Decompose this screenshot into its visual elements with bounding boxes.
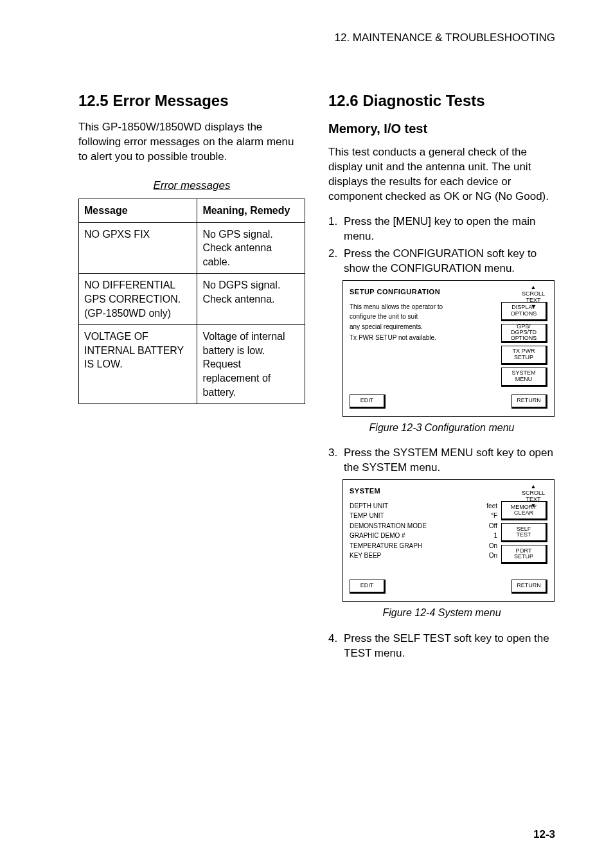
tx-pwr-setup-button[interactable]: TX PWR SETUP [501,346,547,365]
list-item: 1.Press the [MENU] key to open the main … [328,215,555,244]
section-number: 12.6 [328,92,359,109]
return-button[interactable]: RETURN [511,580,547,594]
section-number: 12.5 [78,92,109,109]
triangle-down-icon [519,304,547,310]
step-text: Press the [MENU] key to open the main me… [344,215,555,244]
table-cell-meaning: No DGPS signal. Check antenna. [197,274,305,325]
list-item: 2.Press the CONFIGURATION soft key to sh… [328,247,555,276]
step-text: Press the SYSTEM MENU soft key to open t… [344,446,555,475]
table-cell-msg: NO DIFFERENTIAL GPS CORRECTION. (GP-1850… [79,274,197,325]
port-setup-button[interactable]: PORT SETUP [501,545,547,564]
menu-setting-row: GRAPHIC DEMO #1 [350,531,497,541]
list-item: 4.Press the SELF TEST soft key to open t… [328,632,555,661]
scroll-label: SCROLL TEXT [519,291,547,304]
page-header: 12. MAINTENANCE & TROUBLESHOOTING [0,0,613,46]
step-number: 1. [328,215,344,244]
step-number: 3. [328,446,344,475]
figure-caption-2: Figure 12-4 System menu [328,606,555,620]
edit-button[interactable]: EDIT [350,580,386,594]
content-area: 12.5 Error Messages This GP-1850W/1850WD… [0,46,613,664]
configuration-menu-box: SETUP CONFIGURATION SCROLL TEXT This men… [342,280,555,417]
right-column: 12.6 Diagnostic Tests Memory, I/O test T… [328,91,555,664]
step-text: Press the SELF TEST soft key to open the… [344,632,555,661]
menu-setting-row: DEMONSTRATION MODEOff [350,521,497,531]
table-header-meaning: Meaning, Remedy [197,199,305,223]
step-number: 4. [328,632,344,661]
step-number: 2. [328,247,344,276]
scroll-indicator: SCROLL TEXT [519,484,547,509]
left-column: 12.5 Error Messages This GP-1850W/1850WD… [78,91,305,664]
section-name: Error Messages [112,92,228,109]
table-cell-meaning: No GPS signal. Check antenna cable. [197,222,305,274]
table-row: NO GPXS FIX No GPS signal. Check antenna… [79,222,305,274]
menu-setting-row: KEY BEEPOn [350,551,497,561]
table-cell-msg: NO GPXS FIX [79,222,197,274]
error-messages-table: Message Meaning, Remedy NO GPXS FIX No G… [78,199,305,404]
menu-setting-row: DEPTH UNITfeet [350,501,497,511]
page-number: 12-3 [533,828,555,842]
table-row: VOLTAGE OF INTERNAL BATTERY IS LOW. Volt… [79,325,305,404]
menu-settings-area: DEPTH UNITfeet TEMP UNIT°F DEMONSTRATION… [350,501,501,567]
section-name: Diagnostic Tests [362,92,484,109]
table-caption-text: Error messages [154,179,231,191]
scroll-indicator: SCROLL TEXT [519,285,547,310]
list-item: 3.Press the SYSTEM MENU soft key to open… [328,446,555,475]
table-cell-meaning: Voltage of internal battery is low. Requ… [197,325,305,404]
scroll-label: SCROLL TEXT [519,490,547,503]
intro-paragraph-right: This test conducts a general check of th… [328,145,555,204]
menu-setting-row: TEMP UNIT°F [350,511,497,521]
menu-title: SYSTEM [350,486,547,496]
table-row: NO DIFFERENTIAL GPS CORRECTION. (GP-1850… [79,274,305,325]
figure-caption-1: Figure 12-3 Configuration menu [328,421,555,435]
table-header-message: Message [79,199,197,223]
steps-list-2: 3.Press the SYSTEM MENU soft key to open… [328,446,555,475]
soft-key-column: DISPLAY OPTIONS GPS/ DGPS/TD OPTIONS TX … [501,302,547,389]
section-title-right: 12.6 Diagnostic Tests [328,91,555,111]
menu-text-line: This menu allows the operator to [350,302,497,312]
steps-list-3: 4.Press the SELF TEST soft key to open t… [328,632,555,661]
table-cell-msg: VOLTAGE OF INTERNAL BATTERY IS LOW. [79,325,197,404]
section-title-left: 12.5 Error Messages [78,91,305,111]
intro-paragraph-left: This GP-1850W/1850WD displays the follow… [78,120,305,164]
table-caption: Error messages [78,179,305,193]
menu-text-line: any special requirements. [350,322,497,332]
triangle-down-icon [519,503,547,509]
system-menu-box: SYSTEM SCROLL TEXT DEPTH UNITfeet TEMP U… [342,479,555,602]
step-text: Press the CONFIGURATION soft key to show… [344,247,555,276]
edit-button[interactable]: EDIT [350,394,386,409]
system-menu-button[interactable]: SYSTEM MENU [501,368,547,387]
menu-setting-row: TEMPERATURE GRAPHOn [350,541,497,551]
gps-dgps-td-options-button[interactable]: GPS/ DGPS/TD OPTIONS [501,324,547,343]
return-button[interactable]: RETURN [511,394,547,409]
menu-text-line: Tx PWR SETUP not available. [350,333,497,343]
menu-description-area: This menu allows the operator to configu… [350,302,501,389]
soft-key-column: MEMORY CLEAR SELF TEST PORT SETUP [501,501,547,567]
steps-list-1: 1.Press the [MENU] key to open the main … [328,215,555,276]
subsection-title: Memory, I/O test [328,120,555,137]
menu-text-line: configure the unit to suit [350,312,497,322]
self-test-button[interactable]: SELF TEST [501,523,547,542]
menu-title: SETUP CONFIGURATION [350,287,547,297]
